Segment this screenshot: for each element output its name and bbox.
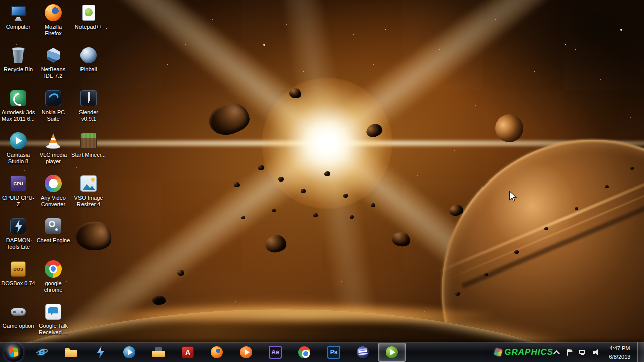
small-moon — [495, 114, 523, 142]
desktop-icon-notepad-plus-plus[interactable]: Notepad++ — [71, 3, 106, 30]
desktop-icon-recycle-bin[interactable]: Recycle Bin — [1, 46, 36, 73]
folder-icon — [64, 345, 78, 359]
taskbar-item-firefox[interactable] — [203, 343, 230, 362]
show-hidden-icons-button[interactable] — [552, 348, 560, 356]
desktop-icon-label: Mozilla Firefox — [36, 24, 71, 37]
desktop-icon-autodesk-3ds-max[interactable]: Autodesk 3ds Max 2011 6... — [1, 88, 36, 123]
desktop-icon-label: Pinball — [71, 66, 106, 73]
ie-icon-text: e — [35, 345, 49, 358]
minecraft-icon — [79, 131, 98, 150]
after-effects-icon: Ae — [268, 345, 282, 359]
cheat-engine-icon — [44, 217, 63, 236]
desktop-icon-label: NetBeans IDE 7.2 — [36, 66, 71, 80]
windows-desktop: Computer Recycle Bin Autodesk 3ds Max 20… — [0, 0, 644, 362]
desktop-icon-label: Google Talk Received ... — [36, 323, 71, 336]
desktop-icon-label: Any Video Converter — [36, 195, 71, 208]
taskbar-item-documents-folder[interactable] — [145, 343, 172, 362]
media-player-icon — [122, 345, 136, 359]
adobe-reader-icon: A — [181, 345, 195, 359]
desktop-icon-chrome[interactable]: google chrome — [36, 259, 71, 294]
chrome-icon — [44, 259, 63, 279]
desktop-icon-label: Game option — [1, 323, 36, 329]
desktop-icon-label: Nokia PC Suite — [36, 109, 71, 123]
show-desktop-button[interactable] — [637, 342, 644, 362]
asteroid — [301, 189, 306, 193]
taskbar-item-after-effects[interactable]: Ae — [262, 343, 289, 362]
camtasia-studio-icon — [9, 131, 28, 150]
star-core — [316, 132, 338, 154]
volume-icon[interactable] — [592, 348, 600, 356]
horizon-glow — [111, 305, 493, 325]
network-icon[interactable] — [579, 348, 587, 356]
asteroid — [514, 250, 519, 254]
desktop-icon-daemon-tools[interactable]: DAEMON Tools Lite — [1, 217, 36, 251]
asteroid — [272, 209, 276, 212]
desktop-icon-nokia-pc-suite[interactable]: Nokia PC Suite — [36, 88, 71, 123]
taskbar-item-eclipse[interactable] — [349, 343, 376, 362]
computer-icon — [9, 3, 28, 22]
desktop-icon-firefox[interactable]: Mozilla Firefox — [36, 3, 71, 37]
desktop-icon-pinball[interactable]: Pinball — [71, 46, 106, 73]
asteroid — [234, 182, 240, 187]
desktop-icon-computer[interactable]: Computer — [1, 3, 36, 30]
desktop-icon-any-video-converter[interactable]: Any Video Converter — [36, 174, 71, 208]
clock-date: 6/8/2013 — [604, 353, 636, 361]
taskbar-item-windows-explorer[interactable] — [57, 343, 85, 362]
desktop-icon-cpu-z[interactable]: CPU CPUID CPU-Z — [1, 174, 36, 208]
taskbar-item-internet-explorer[interactable]: e — [28, 343, 55, 362]
media-player-orange-icon — [239, 345, 253, 359]
desktop-icon-label: VSO Image Resizer 4 — [71, 195, 106, 208]
asteroid — [313, 213, 318, 217]
asteroid — [242, 216, 245, 219]
asteroid — [371, 203, 375, 207]
vlc-icon — [44, 131, 63, 150]
taskbar-item-adobe-reader[interactable]: A — [174, 343, 201, 362]
desktop-icon-slender[interactable]: Slender v0.9.1 — [71, 88, 106, 123]
taskbar-item-thunder-downloader[interactable] — [87, 343, 114, 362]
desktop-icon-vso-image-resizer[interactable]: VSO Image Resizer 4 — [71, 174, 106, 208]
desktop-icon-label: Notepad++ — [71, 24, 106, 30]
taskbar-item-camtasia-recorder[interactable] — [378, 343, 406, 362]
taskbar-item-chrome[interactable] — [291, 343, 318, 362]
asteroid — [544, 227, 548, 230]
action-center-icon[interactable] — [566, 348, 574, 356]
gamepad-icon — [9, 302, 28, 321]
taskbar-item-media-player-orange[interactable] — [232, 343, 260, 362]
taskbar-clock[interactable]: 4:47 PM 6/8/2013 — [604, 344, 636, 361]
desktop-icon-google-talk[interactable]: Google Talk Received ... — [36, 302, 71, 336]
desktop-icon-camtasia-studio[interactable]: Camtasia Studio 8 — [1, 131, 36, 165]
any-video-converter-icon — [44, 174, 63, 193]
notepad-plus-plus-icon — [79, 3, 98, 22]
asteroid — [258, 165, 264, 170]
desktop-icon-game-option[interactable]: Game option — [1, 302, 36, 329]
autodesk-3ds-max-icon — [9, 88, 28, 108]
desktop-icon-label: Camtasia Studio 8 — [1, 152, 36, 165]
asteroid — [630, 167, 634, 170]
asteroid — [152, 296, 166, 305]
taskbar-item-media-player-blue[interactable] — [116, 343, 143, 362]
firefox-icon — [210, 345, 224, 359]
daemon-tools-icon — [9, 217, 28, 236]
taskbar-item-photoshop[interactable]: Ps — [320, 343, 347, 362]
asteroid — [278, 177, 284, 182]
nokia-pc-suite-icon — [44, 88, 63, 108]
desktop-icon-dosbox[interactable]: DOS DOSBox 0.74 — [1, 259, 36, 287]
lightning-icon — [93, 345, 107, 359]
eclipse-icon — [356, 345, 370, 359]
desktop-icon-label: Computer — [1, 24, 36, 30]
cpu-z-icon: CPU — [9, 174, 28, 193]
desktop-icon-vlc[interactable]: VLC media player — [36, 131, 71, 165]
start-button[interactable] — [4, 343, 23, 362]
slender-icon — [79, 88, 98, 108]
reader-icon-text: A — [181, 348, 195, 356]
documents-folder-icon — [151, 345, 166, 359]
asteroid — [575, 207, 578, 210]
recycle-bin-icon — [9, 46, 28, 65]
desktop-icon-netbeans[interactable]: NetBeans IDE 7.2 — [36, 46, 71, 80]
desktop-icon-start-minecraft[interactable]: Start Minecr... — [71, 131, 106, 158]
taskbar-items: e A Ae — [28, 342, 406, 362]
desktop-icon-cheat-engine[interactable]: Cheat Engine — [36, 217, 71, 244]
desktop-icon-label: Slender v0.9.1 — [71, 109, 106, 123]
netbeans-icon — [44, 46, 63, 65]
watermark-text: GRAPHICS — [504, 347, 553, 357]
